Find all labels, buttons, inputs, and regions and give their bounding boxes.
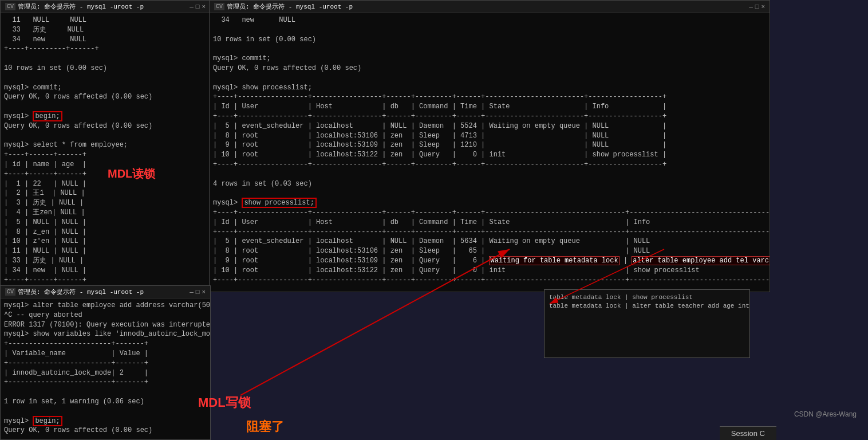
- titlebar-b: CV 管理员: 命令提示符 - mysql -uroot -p — □ ×: [210, 1, 770, 13]
- win-icon-c: CV: [5, 288, 15, 296]
- csdn-watermark: CSDN @Ares-Wang: [794, 410, 857, 418]
- win-icon-a: CV: [5, 3, 15, 10]
- terminal-window-c: CV 管理员: 命令提示符 - mysql -uroot -p — □ × my…: [0, 285, 211, 440]
- terminal-window-d: table metadata lock | show processlist t…: [544, 289, 750, 358]
- win-controls-c[interactable]: — □ ×: [190, 289, 206, 296]
- close-icon[interactable]: ×: [202, 3, 206, 10]
- begin-highlight-c: begin;: [33, 416, 62, 426]
- waiting-metadata-lock-state: Waiting for table metadata lock: [489, 256, 619, 265]
- minimize-icon-b[interactable]: —: [749, 3, 753, 10]
- win-icon-b: CV: [214, 3, 224, 10]
- show-processlist-highlight: show processlist;: [242, 198, 316, 208]
- close-icon-c[interactable]: ×: [202, 289, 206, 296]
- alter-table-info: alter table employee add tel varchar(11): [632, 256, 770, 265]
- terminal-body-a: 11 NULL NULL 33 历史 NULL 34 new NULL +---…: [1, 13, 210, 286]
- close-icon-b[interactable]: ×: [761, 3, 765, 10]
- maximize-icon[interactable]: □: [196, 3, 200, 10]
- session-c-label: Session C: [720, 426, 776, 440]
- maximize-icon-c[interactable]: □: [196, 289, 200, 296]
- win-d-content: table metadata lock | show processlist t…: [549, 294, 749, 309]
- terminal-body-c: mysql> alter table employee add address …: [1, 298, 210, 440]
- minimize-icon[interactable]: —: [190, 3, 194, 10]
- titlebar-a: CV 管理员: 命令提示符 - mysql -uroot -p — □ ×: [1, 1, 210, 13]
- title-c-text: 管理员: 命令提示符 - mysql -uroot -p: [18, 288, 144, 296]
- begin-highlight-a: begin;: [33, 111, 62, 121]
- title-a-text: 管理员: 命令提示符 - mysql -uroot -p: [18, 2, 144, 11]
- minimize-icon-c[interactable]: —: [190, 289, 194, 296]
- title-b-text: 管理员: 命令提示符 - mysql -uroot -p: [227, 2, 353, 11]
- win-c-content: mysql> alter table employee add address …: [4, 301, 210, 440]
- win-b-top: 34 new NULL 10 rows in set (0.00 sec) my…: [213, 16, 770, 292]
- maximize-icon-b[interactable]: □: [755, 3, 759, 10]
- terminal-window-b: CV 管理员: 命令提示符 - mysql -uroot -p — □ × 34…: [209, 0, 770, 292]
- terminal-window-a: CV 管理员: 命令提示符 - mysql -uroot -p — □ × 11…: [0, 0, 211, 286]
- win-a-content: 11 NULL NULL 33 历史 NULL 34 new NULL +---…: [4, 16, 152, 286]
- win-controls-a[interactable]: — □ ×: [190, 3, 206, 10]
- titlebar-c: CV 管理员: 命令提示符 - mysql -uroot -p — □ ×: [1, 286, 210, 298]
- terminal-body-b: 34 new NULL 10 rows in set (0.00 sec) my…: [210, 13, 770, 292]
- terminal-body-d: table metadata lock | show processlist t…: [545, 290, 749, 315]
- blocked-label: 阻塞了: [246, 418, 284, 435]
- win-controls-b[interactable]: — □ ×: [749, 3, 765, 10]
